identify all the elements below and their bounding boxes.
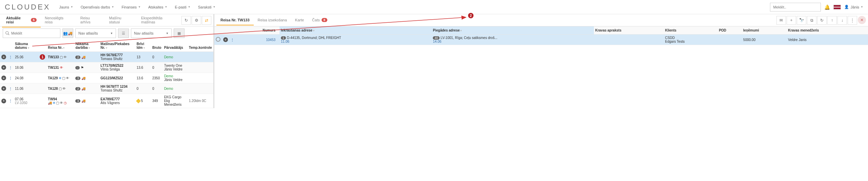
col-manager[interactable]: Kravas menedžeris <box>787 26 868 35</box>
calendar-icon[interactable]: ▦ <box>174 28 185 38</box>
row-menu-icon[interactable]: ⋮ <box>9 76 12 80</box>
col-temp[interactable]: Temp.kontrole <box>188 40 213 52</box>
col-date[interactable]: Sākuma datums▾ <box>14 40 38 52</box>
col-bruto[interactable]: Bruto <box>151 40 163 52</box>
tab-ekspeditetas[interactable]: Ekspeditētās mašīnas <box>137 13 181 27</box>
tab-reisa-nr[interactable]: Reisa Nr. TW133 <box>216 15 254 25</box>
cell-deliver: 40 LV-1001, Rīga; Ceļu satiksmes droš...… <box>431 35 594 45</box>
topbar-right: 🔔 👤 Jānis ▼ <box>770 3 863 12</box>
col-pod[interactable]: POD <box>717 26 742 35</box>
logo: CLOUDEX <box>5 3 50 12</box>
row-menu-icon[interactable]: ⋮ <box>231 38 234 42</box>
cell-desc <box>594 35 664 45</box>
menu-saraksti[interactable]: Saraksti▼ <box>195 3 218 11</box>
tab-arhivs[interactable]: Reisu arhīvs <box>76 13 105 27</box>
radio-icon[interactable] <box>216 37 220 42</box>
refresh-button[interactable]: ↻ <box>181 16 191 25</box>
cell-carrier: DemoJānis Veldre <box>163 73 188 83</box>
menu-finanses[interactable]: Finanses▼ <box>119 3 143 11</box>
tab-karte[interactable]: Karte <box>291 15 308 25</box>
cell-reiss: TW131 👁 <box>46 62 74 73</box>
cell-next: 2 🚚 <box>74 83 99 94</box>
cell-next: 3 🚚 <box>74 73 99 83</box>
down-button[interactable]: ↓ <box>837 16 847 25</box>
col-client[interactable]: Klients <box>664 26 718 35</box>
tab-izsekosana[interactable]: Reisa izsekošana <box>254 15 291 25</box>
binoculars-button[interactable]: 🔭 <box>797 16 806 25</box>
row-menu-icon[interactable]: ⋮ <box>9 66 12 69</box>
col-desc[interactable]: Kravas apraksts <box>594 26 664 35</box>
row-menu-icon[interactable]: ⋮ <box>9 55 12 59</box>
settings-button[interactable]: ⚙ <box>192 16 201 25</box>
col-free[interactable]: Brīvi ldm▾ <box>135 40 151 52</box>
row-menu-icon[interactable]: ⋮ <box>9 87 12 90</box>
mail-button[interactable]: ✉ <box>776 16 786 25</box>
annotation-marker-2: 2 <box>468 13 474 18</box>
cell-temp <box>188 52 213 62</box>
truck-blue-icon: 🚚 <box>81 99 85 103</box>
global-search-input[interactable] <box>770 3 821 12</box>
table-row[interactable]: +⋮07.06LV-1050TW94 🚚❄▢👁◷3 🚚EA789/E777Ati… <box>0 94 213 108</box>
flag-icon: ⚑ <box>81 66 84 69</box>
bell-icon[interactable]: 🔔 <box>824 4 830 10</box>
cell-manager: Veldre Janis <box>787 35 868 45</box>
truck-red-icon: 🚚 <box>48 101 52 105</box>
list-filter-icon[interactable]: ☰ <box>118 28 129 38</box>
expand-icon[interactable]: + <box>1 65 6 70</box>
table-row[interactable]: +⋮25.061TW133 ▢👁2 🚚HH 5678/E777Tomass Sh… <box>0 52 213 62</box>
left-search[interactable] <box>3 28 60 38</box>
right-grid: Numurs Iekraušanas adrese▾ Piegādes adre… <box>214 26 868 45</box>
expand-icon[interactable]: + <box>1 55 6 59</box>
cell-bruto: 2350 <box>151 73 163 83</box>
table-row[interactable]: +⋮18.06TW131 👁- ⚑LT7170/MZ522Vilnis Smil… <box>0 62 213 73</box>
menu-epasti[interactable]: E-pasti▼ <box>172 3 193 11</box>
tab-statusi[interactable]: Mašīnu statusi <box>105 13 137 27</box>
expand-icon[interactable]: + <box>223 37 228 42</box>
col-vehicle[interactable]: Mašīnas/Piekabes Nr.▾ <box>99 40 135 52</box>
tab-nenoslegts[interactable]: Nenoslēgts reiss <box>41 13 76 27</box>
close-button[interactable]: ✕ <box>858 16 866 24</box>
table-row[interactable]: +⋮24.08TA129 ❄▢👁3 🚚GG123/MZ52213.62350De… <box>0 73 213 83</box>
tab-cats[interactable]: Čats 8 <box>308 15 331 25</box>
expand-icon[interactable]: + <box>1 86 6 91</box>
col-reiss[interactable]: Reisa Nr.▾ <box>46 40 74 52</box>
menu-atskaites[interactable]: Atskaites▼ <box>146 3 170 11</box>
expand-icon[interactable]: + <box>1 99 6 103</box>
eye-icon: 👁 <box>66 76 69 80</box>
expand-icon[interactable]: + <box>1 76 6 80</box>
col-income[interactable]: Ieņēmumi <box>742 26 787 35</box>
swap-button[interactable]: ⇄ <box>202 16 211 25</box>
menu-operativais[interactable]: Operatīvais darbs▼ <box>78 3 117 11</box>
col-deliver[interactable]: Piegādes adrese▾ <box>431 26 594 35</box>
cell-temp <box>188 73 213 83</box>
popout-button[interactable]: ⧉ <box>807 16 816 25</box>
cell-vehicle: EA789/E777Atis Vāgners <box>99 94 135 108</box>
table-row[interactable]: +⋮104531 D-44135, Dortmund; DHL FREIGHT1… <box>214 35 868 45</box>
col-load[interactable]: Iekraušanas adrese▾ <box>279 26 431 35</box>
cell-temp <box>188 62 213 73</box>
people-filter-icon[interactable]: 👥🚚 <box>62 28 73 38</box>
left-tabbar: Aktuālie reisi 5 Nenoslēgts reiss Reisu … <box>0 14 213 26</box>
cell-temp <box>188 83 213 94</box>
col-numurs[interactable]: Numurs <box>235 26 279 35</box>
more-button[interactable]: ⋮ <box>848 16 857 25</box>
cell-reiss: TA129 ❄▢👁 <box>46 73 74 83</box>
refresh-right-button[interactable]: ↻ <box>817 16 827 25</box>
filter-drop-2[interactable]: Nav atlasīts▼ <box>131 28 172 38</box>
cell-free: 5 <box>135 94 151 108</box>
col-next[interactable]: Nākamā darbība▾ <box>74 40 99 52</box>
add-button[interactable]: ＋ <box>787 16 796 25</box>
menu-jauns[interactable]: Jauns▼ <box>56 3 76 11</box>
row-menu-icon[interactable]: ⋮ <box>9 99 12 103</box>
table-row[interactable]: +⋮11.06TA128 ▢👁2 🚚HH 5678/TT 1234Tomass … <box>0 83 213 94</box>
eye-off-red-icon: 👁 <box>60 66 63 69</box>
col-carrier[interactable]: Pārvadātājs <box>163 40 188 52</box>
language-flag-icon[interactable] <box>833 5 841 9</box>
user-menu[interactable]: 👤 Jānis ▼ <box>844 5 863 9</box>
tab-aktualie-reisi[interactable]: Aktuālie reisi 5 <box>2 13 41 27</box>
filter-drop-1[interactable]: Nav atlasīts▼ <box>75 28 116 38</box>
left-search-input[interactable] <box>11 31 58 35</box>
cell-num[interactable]: 10453 <box>235 35 279 45</box>
up-button[interactable]: ↑ <box>827 16 837 25</box>
cell-date: 07.06LV-1050 <box>14 94 38 108</box>
